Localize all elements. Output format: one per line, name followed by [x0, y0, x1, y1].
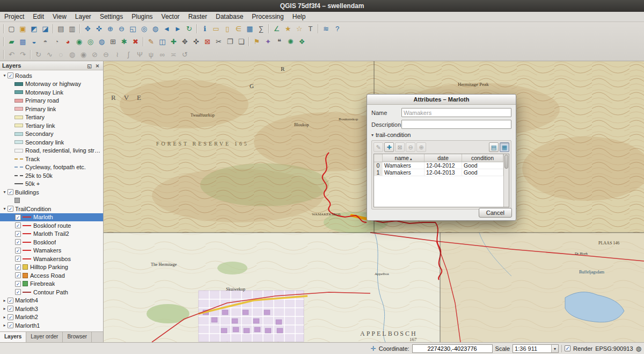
- remove-layer-icon[interactable]: ✖: [130, 36, 141, 47]
- coordinate-input[interactable]: [412, 344, 493, 353]
- open-project-icon[interactable]: ▣: [17, 23, 28, 34]
- table-row[interactable]: 1 Wamakers 12-04-2013 Good: [374, 169, 503, 176]
- save-project-as-icon[interactable]: ◪: [40, 23, 51, 34]
- row-condition-cell[interactable]: Good: [462, 162, 503, 169]
- add-ring-icon[interactable]: ◌: [55, 49, 67, 60]
- layer-item[interactable]: ✓ Marloth: [0, 213, 103, 222]
- new-print-composer-icon[interactable]: ▤: [55, 23, 67, 34]
- zoom-next-icon[interactable]: ►: [172, 23, 184, 34]
- layer-checkbox[interactable]: ✓: [8, 206, 13, 212]
- layer-item[interactable]: Primary link: [0, 105, 103, 113]
- panel-tab[interactable]: Layer order: [26, 332, 63, 342]
- layer-item[interactable]: Motorway Link: [0, 88, 103, 97]
- layer-styling-icon[interactable]: ✦: [262, 36, 274, 47]
- expand-arrow-icon[interactable]: ▸: [2, 306, 7, 311]
- add-mssql-layer-icon[interactable]: ◔: [51, 36, 62, 47]
- layer-item[interactable]: ✓ Boskloof route: [0, 221, 103, 230]
- layer-checkbox[interactable]: ✓: [15, 222, 21, 228]
- layer-checkbox[interactable]: ✓: [8, 306, 13, 312]
- layer-checkbox[interactable]: ✓: [15, 256, 21, 262]
- python-console-icon[interactable]: ≋: [320, 23, 332, 34]
- table-view-icon[interactable]: ▦: [500, 142, 509, 152]
- new-shapefile-layer-icon[interactable]: ✱: [119, 36, 130, 47]
- chevron-down-icon[interactable]: ▾: [551, 345, 558, 352]
- close-panel-icon[interactable]: ✕: [94, 62, 101, 69]
- toggle-editing-icon[interactable]: ✎: [145, 36, 157, 47]
- add-part-icon[interactable]: ◍: [67, 49, 78, 60]
- layer-item[interactable]: ✓ Marloth Trail2: [0, 230, 103, 239]
- row-condition-cell[interactable]: Good: [462, 169, 503, 176]
- add-wcs-layer-icon[interactable]: ◎: [85, 36, 96, 47]
- toggle-edit-icon[interactable]: ✎: [374, 142, 383, 152]
- layer-checkbox[interactable]: ✓: [15, 239, 21, 245]
- select-by-expression-icon[interactable]: ∈: [233, 23, 244, 34]
- copy-features-icon[interactable]: ❐: [224, 36, 236, 47]
- zoom-full-icon[interactable]: ◱: [127, 23, 138, 34]
- cancel-button[interactable]: Cancel: [479, 208, 512, 218]
- description-field[interactable]: [401, 120, 511, 129]
- layer-item[interactable]: ✓ Wamakersbos: [0, 255, 103, 263]
- offset-curve-icon[interactable]: ≀: [112, 49, 123, 60]
- redo-icon[interactable]: ↷: [17, 49, 28, 60]
- layer-item[interactable]: ▸ ✓ Marlorth1: [0, 321, 103, 330]
- expand-arrow-icon[interactable]: ▾: [2, 206, 7, 211]
- menu-item[interactable]: View: [48, 13, 71, 20]
- menu-item[interactable]: Plugins: [127, 13, 157, 20]
- new-project-icon[interactable]: ▢: [6, 23, 17, 34]
- layer-item[interactable]: ▸ ✓ Marloth2: [0, 313, 103, 322]
- table-row[interactable]: 0 Wamakers 12-04-2012 Good: [374, 162, 503, 169]
- layer-item[interactable]: Cycleway, footpath etc.: [0, 163, 103, 172]
- menu-item[interactable]: Database: [211, 13, 247, 20]
- menu-item[interactable]: Raster: [184, 13, 211, 20]
- layer-item[interactable]: Secondary: [0, 130, 103, 139]
- scale-combo[interactable]: 1:36 911 ▾: [513, 344, 559, 353]
- layer-item[interactable]: Motorway or highway: [0, 80, 103, 89]
- expand-arrow-icon[interactable]: ▾: [2, 73, 7, 78]
- layer-item[interactable]: ✓ Contour Path: [0, 288, 103, 297]
- layer-checkbox[interactable]: ✓: [8, 314, 13, 320]
- layer-item[interactable]: ✓ Access Road: [0, 271, 103, 280]
- merge-features-icon[interactable]: ∞: [157, 49, 168, 60]
- help-contents-icon[interactable]: ?: [332, 23, 343, 34]
- table-scrollbar[interactable]: [503, 154, 509, 207]
- layer-checkbox[interactable]: ✓: [8, 189, 13, 195]
- delete-part-icon[interactable]: ⊖: [100, 49, 112, 60]
- menu-item[interactable]: Layer: [71, 13, 96, 20]
- measure-line-icon[interactable]: ∠: [271, 23, 282, 34]
- header-condition-cell[interactable]: condition: [462, 154, 503, 162]
- pan-to-selection-icon[interactable]: ✜: [93, 23, 105, 34]
- add-wfs-layer-icon[interactable]: ◍: [96, 36, 107, 47]
- layer-item[interactable]: ✓ Wamakers: [0, 247, 103, 255]
- panel-tab[interactable]: Browser: [63, 332, 92, 342]
- layer-item[interactable]: ▸ ✓ Marloth4: [0, 297, 103, 305]
- expand-arrow-icon[interactable]: ▾: [2, 190, 7, 194]
- add-child-feature-icon[interactable]: ✚: [384, 142, 394, 152]
- header-name-cell[interactable]: name▴: [383, 154, 425, 162]
- panel-tab[interactable]: Layers: [0, 332, 26, 342]
- zoom-last-icon[interactable]: ◄: [161, 23, 172, 34]
- plugin-manager-icon[interactable]: ❖: [296, 36, 308, 47]
- rotate-feature-icon[interactable]: ↻: [33, 49, 44, 60]
- zoom-to-selection-icon[interactable]: ◎: [138, 23, 150, 34]
- layer-item[interactable]: Tertiary: [0, 113, 103, 122]
- layer-checkbox[interactable]: ✓: [8, 322, 13, 328]
- layer-item[interactable]: ▾ ✓ Roads: [0, 71, 103, 80]
- cut-features-icon[interactable]: ✂: [213, 36, 224, 47]
- simplify-feature-icon[interactable]: ∿: [44, 49, 55, 60]
- layer-item[interactable]: ✓ Firebreak: [0, 280, 103, 288]
- paste-features-icon[interactable]: ❏: [236, 36, 247, 47]
- layer-item[interactable]: Secondary link: [0, 138, 103, 147]
- zoom-out-icon[interactable]: ⊖: [116, 23, 127, 34]
- node-tool-icon[interactable]: ✜: [191, 36, 202, 47]
- layer-checkbox[interactable]: ✓: [15, 272, 21, 278]
- reshape-features-icon[interactable]: ∫: [123, 49, 134, 60]
- row-name-cell[interactable]: Wamakers: [383, 169, 425, 176]
- add-postgis-layer-icon[interactable]: ◒: [28, 36, 40, 47]
- layer-checkbox[interactable]: ✓: [15, 281, 21, 287]
- menu-item[interactable]: Edit: [28, 13, 48, 20]
- merge-attributes-icon[interactable]: ≍: [168, 49, 179, 60]
- layer-item[interactable]: 50k +: [0, 180, 103, 189]
- unlink-feature-icon[interactable]: ⊕: [416, 142, 426, 152]
- layer-item[interactable]: Track: [0, 155, 103, 163]
- menu-item[interactable]: Help: [288, 13, 310, 20]
